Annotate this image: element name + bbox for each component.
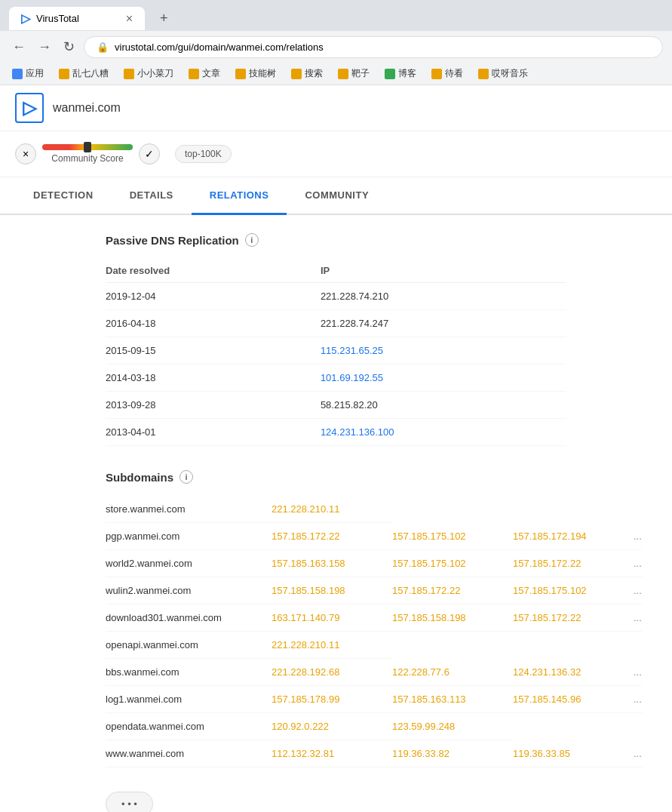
subdomain-table-row: pgp.wanmei.com157.185.172.22157.185.175.… xyxy=(106,523,642,550)
score-check-button[interactable]: ✓ xyxy=(139,143,160,165)
bookmark-item[interactable]: 技能树 xyxy=(232,66,279,82)
subdomain-ip[interactable]: 157.185.163.158 xyxy=(272,550,392,577)
lock-icon: 🔒 xyxy=(97,42,109,53)
meter-indicator xyxy=(84,142,91,152)
dns-date: 2016-04-18 xyxy=(106,310,321,337)
subdomain-name[interactable]: download301.wanmei.com xyxy=(106,604,272,632)
subdomain-ip[interactable]: 157.185.172.22 xyxy=(392,577,513,604)
subdomain-ip[interactable]: 157.185.178.99 xyxy=(272,686,392,713)
subdomain-name[interactable]: world2.wanmei.com xyxy=(106,550,272,577)
browser-toolbar: ← → ↻ 🔒 virustotal.com/gui/domain/wanmei… xyxy=(0,31,672,63)
subdomain-table-row: log1.wanmei.com157.185.178.99157.185.163… xyxy=(106,686,642,713)
subdomain-ip[interactable]: 221.228.210.11 xyxy=(272,496,392,523)
subdomain-more[interactable]: ... xyxy=(634,659,642,686)
tab-relations[interactable]: RELATIONS xyxy=(192,177,287,215)
dns-ip[interactable]: 124.231.136.100 xyxy=(321,419,566,446)
bookmark-item[interactable]: 搜索 xyxy=(288,66,326,82)
subdomain-ip[interactable]: 157.185.172.194 xyxy=(513,523,634,550)
subdomain-more[interactable]: ... xyxy=(634,686,642,713)
subdomains-info-icon[interactable]: i xyxy=(180,470,193,484)
subdomain-ip[interactable]: 119.36.33.85 xyxy=(513,740,634,767)
forward-button[interactable]: → xyxy=(35,36,54,58)
subdomain-ip[interactable]: 157.185.158.198 xyxy=(272,577,392,604)
tab-details[interactable]: DETAILS xyxy=(112,177,192,215)
subdomain-ip[interactable]: 123.59.99.248 xyxy=(392,713,513,740)
subdomain-ip[interactable]: 119.36.33.82 xyxy=(392,740,513,767)
passive-dns-title-text: Passive DNS Replication xyxy=(106,234,239,247)
browser-tab[interactable]: ▷ VirusTotal × xyxy=(9,7,145,30)
score-x-button[interactable]: × xyxy=(15,143,36,165)
bookmark-item[interactable]: 应用 xyxy=(9,66,47,82)
tab-detection[interactable]: DETECTION xyxy=(15,177,112,215)
subdomain-ip[interactable]: 157.185.175.102 xyxy=(513,577,634,604)
bookmark-label: 应用 xyxy=(26,67,44,80)
bookmark-label: 文章 xyxy=(202,67,220,80)
score-label: Community Score xyxy=(51,153,123,164)
dns-ip[interactable]: 115.231.65.25 xyxy=(321,337,566,364)
bookmark-item[interactable]: 小小菜刀 xyxy=(121,66,176,82)
dns-ip: 221.228.74.247 xyxy=(321,310,566,337)
virustotal-logo: ▷ xyxy=(15,93,44,123)
score-meter: Community Score xyxy=(42,144,133,164)
subdomain-name[interactable]: www.wanmei.com xyxy=(106,740,272,767)
subdomain-name[interactable]: pgp.wanmei.com xyxy=(106,523,272,550)
subdomain-ip[interactable]: 163.171.140.79 xyxy=(272,604,392,632)
bookmark-item[interactable]: 哎呀音乐 xyxy=(475,66,531,82)
subdomain-table-row: bbs.wanmei.com221.228.192.68122.228.77.6… xyxy=(106,659,642,686)
subdomain-name[interactable]: openapi.wanmei.com xyxy=(106,632,272,659)
subdomain-ip[interactable]: 120.92.0.222 xyxy=(272,713,392,740)
subdomain-name[interactable]: log1.wanmei.com xyxy=(106,686,272,713)
navigation-tabs: DETECTION DETAILS RELATIONS COMMUNITY xyxy=(0,177,672,215)
subdomain-name[interactable]: opendata.wanmei.com xyxy=(106,713,272,740)
subdomain-ip[interactable]: 157.185.175.102 xyxy=(392,550,513,577)
domain-bar: ▷ wanmei.com xyxy=(0,85,672,131)
more-button[interactable]: • • • xyxy=(106,792,153,812)
dns-table-row: 2013-04-01124.231.136.100 xyxy=(106,419,566,446)
bookmark-label: 小小菜刀 xyxy=(137,67,173,80)
bookmark-label: 哎呀音乐 xyxy=(492,67,528,80)
subdomain-more[interactable]: ... xyxy=(634,550,642,577)
subdomain-ip[interactable]: 157.185.172.22 xyxy=(513,604,634,632)
subdomain-name[interactable]: bbs.wanmei.com xyxy=(106,659,272,686)
back-button[interactable]: ← xyxy=(9,36,29,58)
bookmark-icon xyxy=(124,69,134,79)
subdomain-ip[interactable]: 124.231.136.32 xyxy=(513,659,634,686)
subdomain-ip[interactable]: 112.132.32.81 xyxy=(272,740,392,767)
bookmark-item[interactable]: 靶子 xyxy=(335,66,373,82)
subdomain-more[interactable]: ... xyxy=(634,604,642,632)
bookmark-item[interactable]: 文章 xyxy=(186,66,223,82)
subdomain-ip[interactable]: 157.185.172.22 xyxy=(272,523,392,550)
subdomain-ip[interactable]: 157.185.175.102 xyxy=(392,523,513,550)
subdomain-ip[interactable]: 221.228.210.11 xyxy=(272,632,392,659)
subdomain-table-row: openapi.wanmei.com221.228.210.11 xyxy=(106,632,642,659)
subdomain-name[interactable]: wulin2.wanmei.com xyxy=(106,577,272,604)
bookmark-icon xyxy=(478,69,489,79)
subdomain-more[interactable]: ... xyxy=(634,577,642,604)
subdomain-more[interactable]: ... xyxy=(634,740,642,767)
bookmark-icon xyxy=(235,69,246,79)
bookmark-item[interactable]: 待看 xyxy=(428,66,466,82)
date-column-header: Date resolved xyxy=(106,259,321,283)
subdomain-ip[interactable]: 221.228.192.68 xyxy=(272,659,392,686)
dns-table-row: 2016-04-18221.228.74.247 xyxy=(106,310,566,337)
subdomain-ip[interactable]: 157.185.158.198 xyxy=(392,604,513,632)
passive-dns-info-icon[interactable]: i xyxy=(245,233,259,247)
tab-close-button[interactable]: × xyxy=(126,12,133,26)
subdomain-name[interactable]: store.wanmei.com xyxy=(106,496,272,523)
subdomain-table-row: www.wanmei.com112.132.32.81119.36.33.821… xyxy=(106,740,642,767)
dns-date: 2019-12-04 xyxy=(106,283,321,310)
reload-button[interactable]: ↻ xyxy=(60,35,78,58)
bookmark-item[interactable]: 乱七八糟 xyxy=(56,66,112,82)
subdomain-ip[interactable]: 122.228.77.6 xyxy=(392,659,513,686)
subdomain-ip[interactable]: 157.185.145.96 xyxy=(513,686,634,713)
new-tab-button[interactable]: + xyxy=(151,6,177,31)
dns-table-row: 2013-09-2858.215.82.20 xyxy=(106,392,566,419)
bookmark-item[interactable]: 博客 xyxy=(382,66,419,82)
bookmark-icon xyxy=(59,69,69,79)
subdomain-ip[interactable]: 157.185.172.22 xyxy=(513,550,634,577)
subdomain-more[interactable]: ... xyxy=(634,523,642,550)
subdomain-ip[interactable]: 157.185.163.113 xyxy=(392,686,513,713)
tab-community[interactable]: COMMUNITY xyxy=(287,177,387,215)
dns-ip[interactable]: 101.69.192.55 xyxy=(321,364,566,392)
address-bar[interactable]: 🔒 virustotal.com/gui/domain/wanmei.com/r… xyxy=(84,36,663,58)
